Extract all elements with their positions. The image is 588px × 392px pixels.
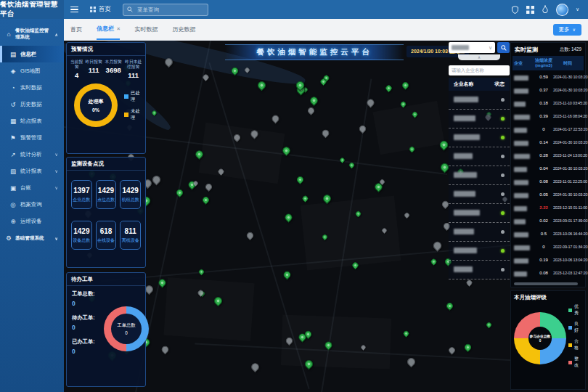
shield-icon[interactable] bbox=[511, 6, 519, 14]
flame-icon[interactable] bbox=[542, 5, 549, 14]
nav-home[interactable]: 首页 bbox=[90, 5, 111, 14]
realtime-row[interactable]: 0.182023-11-10 03:45:20 bbox=[513, 97, 584, 110]
map-marker-green[interactable] bbox=[401, 81, 410, 90]
company-row[interactable] bbox=[449, 166, 510, 185]
map-marker-green[interactable] bbox=[403, 330, 411, 338]
tab-实时数据[interactable]: 实时数据 bbox=[134, 19, 158, 40]
map-marker-green[interactable] bbox=[351, 261, 360, 270]
map-marker-gray[interactable] bbox=[365, 97, 375, 107]
more-button[interactable]: 更多 ∨ bbox=[553, 24, 581, 36]
menu-search-input[interactable] bbox=[136, 6, 204, 14]
map-marker-gray[interactable] bbox=[204, 182, 213, 192]
map-marker-green[interactable] bbox=[485, 322, 492, 329]
tab-首页[interactable]: 首页 bbox=[70, 19, 82, 40]
map-marker-green[interactable] bbox=[301, 195, 309, 203]
sidebar-item-台账[interactable]: ▣台账∨ bbox=[0, 179, 64, 196]
company-row[interactable] bbox=[449, 128, 510, 147]
map-marker-green[interactable] bbox=[309, 95, 319, 106]
company-row[interactable] bbox=[449, 147, 510, 166]
map-marker-gray[interactable] bbox=[150, 173, 162, 185]
tab-历史数据[interactable]: 历史数据 bbox=[172, 19, 195, 40]
realtime-row[interactable]: 0.082023-12-03 12:47:20 bbox=[513, 266, 584, 279]
company-row[interactable] bbox=[449, 223, 510, 242]
map-marker-green[interactable] bbox=[197, 268, 205, 275]
map-marker-gray[interactable] bbox=[249, 128, 260, 139]
map-marker-gray[interactable] bbox=[406, 356, 417, 368]
realtime-row[interactable]: 02024-01-17 22:53:20 bbox=[513, 123, 584, 136]
map-marker-gray[interactable] bbox=[163, 57, 174, 68]
map-marker-gray[interactable] bbox=[404, 212, 411, 219]
realtime-row[interactable]: 0.052024-01-30 10:03:20 bbox=[513, 188, 584, 201]
map-marker-gray[interactable] bbox=[320, 128, 330, 139]
map-marker-green[interactable] bbox=[281, 145, 292, 156]
user-menu-caret-icon[interactable]: ∨ bbox=[576, 7, 579, 12]
map-marker-green[interactable] bbox=[411, 110, 418, 118]
map-marker-green[interactable] bbox=[256, 80, 267, 91]
company-search-button[interactable] bbox=[497, 42, 510, 53]
map-marker-green[interactable] bbox=[174, 188, 184, 197]
map-marker-gray[interactable] bbox=[217, 168, 225, 176]
sidebar-item-实时数据[interactable]: ◔实时数据 bbox=[0, 79, 64, 96]
map-marker-gray[interactable] bbox=[431, 240, 443, 251]
realtime-row[interactable]: 0.022023-09-01 17:39:00 bbox=[513, 214, 584, 227]
apps-grid-icon[interactable] bbox=[526, 6, 534, 14]
sidebar-item-统计报表[interactable]: ▧统计报表∨ bbox=[0, 163, 64, 179]
sidebar-item-档案查询[interactable]: ◎档案查询 bbox=[0, 196, 64, 213]
map-marker-green[interactable] bbox=[399, 100, 407, 108]
company-row[interactable] bbox=[449, 204, 510, 223]
realtime-row[interactable]: 0.592024-01-30 10:03:20 bbox=[513, 70, 584, 83]
map-marker-green[interactable] bbox=[385, 84, 393, 93]
map-marker-green[interactable] bbox=[321, 233, 328, 240]
map-marker-gray[interactable] bbox=[232, 133, 242, 142]
realtime-row[interactable]: 0.042024-01-30 10:03:20 bbox=[513, 162, 584, 175]
close-icon[interactable]: × bbox=[117, 25, 120, 32]
map-marker-gray[interactable] bbox=[271, 114, 281, 124]
map-marker-green[interactable] bbox=[201, 195, 211, 205]
map-marker-green[interactable] bbox=[446, 301, 455, 311]
map-marker-gray[interactable] bbox=[244, 67, 250, 73]
company-row[interactable] bbox=[449, 110, 510, 128]
company-row[interactable] bbox=[449, 242, 510, 261]
tab-信息栏[interactable]: 信息栏× bbox=[97, 19, 120, 40]
map-marker-gray[interactable] bbox=[447, 346, 456, 355]
menu-search[interactable] bbox=[123, 4, 208, 16]
map-marker-green[interactable] bbox=[295, 175, 305, 184]
map-marker-gray[interactable] bbox=[201, 73, 210, 82]
map-marker-green[interactable] bbox=[230, 66, 240, 75]
map-marker-green[interactable] bbox=[354, 210, 362, 217]
map-marker-green[interactable] bbox=[283, 212, 293, 222]
realtime-row[interactable]: 0.52023-10-06 16:44:20 bbox=[513, 227, 584, 240]
map-marker-green[interactable] bbox=[438, 139, 449, 150]
region-select[interactable]: ∨ bbox=[449, 42, 495, 53]
sidebar-item-信息栏[interactable]: ▤信息栏 bbox=[0, 46, 64, 62]
map-marker-green[interactable] bbox=[282, 269, 292, 279]
realtime-row[interactable]: 02022-09-17 01:34:20 bbox=[513, 240, 584, 253]
sidebar-section[interactable]: ⚙基础管理系统∨ bbox=[0, 229, 64, 247]
map-marker-gray[interactable] bbox=[360, 344, 367, 351]
map-marker-green[interactable] bbox=[430, 258, 438, 266]
company-row[interactable] bbox=[449, 91, 510, 110]
map-marker-green[interactable] bbox=[213, 295, 224, 307]
map-marker-gray[interactable] bbox=[245, 231, 255, 240]
sidebar-item-统计分析[interactable]: ↗统计分析∨ bbox=[0, 146, 64, 163]
map-marker-gray[interactable] bbox=[358, 124, 367, 134]
realtime-row[interactable]: 0.372024-01-30 10:03:20 bbox=[513, 83, 584, 97]
user-avatar[interactable] bbox=[556, 4, 568, 16]
map-marker-green[interactable] bbox=[409, 146, 416, 153]
map-marker-green[interactable] bbox=[151, 110, 158, 116]
realtime-row[interactable]: 0.142024-01-30 10:03:20 bbox=[513, 136, 584, 149]
sidebar-section[interactable]: ⌂餐饮油烟监控管理系统∧ bbox=[0, 23, 64, 46]
map-marker-green[interactable] bbox=[463, 343, 473, 352]
company-name-input[interactable] bbox=[449, 65, 510, 75]
realtime-row[interactable]: 0.282023-11-24 13:00:20 bbox=[513, 149, 584, 162]
map-marker-green[interactable] bbox=[303, 358, 315, 369]
company-row[interactable] bbox=[449, 185, 510, 204]
hamburger-menu-icon[interactable] bbox=[70, 7, 78, 13]
map-marker-gray[interactable] bbox=[381, 227, 388, 234]
collapse-toggle[interactable]: ∧ bbox=[458, 54, 500, 60]
sidebar-item-历史数据[interactable]: ↺历史数据 bbox=[0, 96, 64, 113]
map-marker-green[interactable] bbox=[158, 277, 168, 287]
sidebar-item-预警管理[interactable]: ⚑预警管理 bbox=[0, 129, 64, 146]
sidebar-item-运维设备[interactable]: ⊕运维设备 bbox=[0, 213, 64, 229]
map-marker-green[interactable] bbox=[348, 161, 356, 168]
